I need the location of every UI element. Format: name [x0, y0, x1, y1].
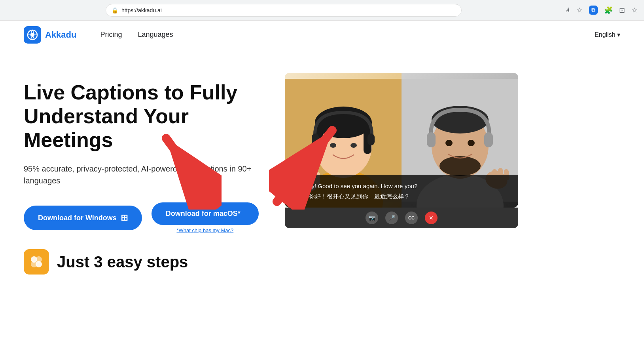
logo-text: Akkadu — [45, 30, 76, 40]
address-bar[interactable]: 🔒 https://akkadu.ai — [106, 4, 462, 17]
logo-icon — [24, 26, 41, 44]
windows-icon: ⊞ — [121, 213, 128, 223]
svg-rect-14 — [301, 151, 309, 156]
svg-point-37 — [36, 256, 42, 263]
video-btn-mic[interactable]: 🎤 — [385, 212, 398, 224]
browser-actions: 𝐴 ☆ ⧉ 🧩 ⊡ ☆ — [566, 6, 638, 15]
svg-point-26 — [468, 140, 475, 146]
video-mockup: Hi Emily! Good to see you again. How are… — [285, 73, 518, 208]
svg-rect-28 — [484, 132, 493, 147]
language-selector[interactable]: English ▾ — [595, 31, 620, 38]
nav-pricing[interactable]: Pricing — [100, 31, 122, 39]
video-btn-camera[interactable]: 📷 — [366, 212, 378, 224]
steps-section: Just 3 easy steps — [0, 241, 644, 275]
caption-line2: Emily 你好！很开心又见到你。最近怎么样？ — [293, 191, 510, 202]
video-controls — [285, 200, 518, 207]
page-content: Akkadu Pricing Languages English ▾ Live … — [0, 21, 644, 347]
download-windows-button[interactable]: Download for Windows ⊞ — [24, 206, 142, 230]
mac-chip-link[interactable]: *What chip has my Mac? — [152, 227, 259, 233]
video-btn-end[interactable]: ✕ — [425, 212, 438, 224]
hero-section: Live Captions to Fully Understand Your M… — [0, 49, 644, 241]
read-aloud-icon[interactable]: 𝐴 — [566, 6, 570, 14]
download-macos-button[interactable]: Download for macOS* — [152, 202, 259, 225]
macos-button-wrapper: Download for macOS* *What chip has my Ma… — [152, 202, 259, 233]
bookmark-icon[interactable]: ☆ — [576, 6, 583, 15]
address-text: https://akkadu.ai — [121, 7, 456, 13]
nav-languages[interactable]: Languages — [138, 31, 173, 39]
navbar: Akkadu Pricing Languages English ▾ — [0, 21, 644, 49]
svg-point-25 — [445, 140, 453, 146]
hero-title: Live Captions to Fully Understand Your M… — [24, 81, 261, 152]
caption-line1: Hi Emily! Good to see you again. How are… — [293, 181, 510, 191]
video-controls-bar: 📷 🎤 CC ✕ — [285, 208, 518, 228]
svg-point-9 — [330, 143, 336, 148]
svg-point-10 — [350, 143, 357, 148]
hero-right: Hi Emily! Good to see you again. How are… — [285, 73, 518, 228]
svg-point-38 — [31, 261, 37, 267]
akkadu-logo-svg — [27, 29, 38, 40]
button-macos-label: Download for macOS* — [166, 210, 241, 218]
steps-icon — [24, 249, 49, 275]
svg-rect-11 — [312, 133, 319, 145]
svg-point-24 — [439, 156, 481, 176]
svg-rect-12 — [367, 133, 375, 145]
lock-icon: 🔒 — [112, 7, 118, 13]
svg-rect-27 — [427, 132, 436, 147]
reading-view-icon[interactable]: ⊡ — [619, 6, 625, 15]
cta-buttons: Download for Windows ⊞ Download for macO… — [24, 202, 261, 233]
favorites-icon[interactable]: ☆ — [631, 6, 638, 15]
hero-left: Live Captions to Fully Understand Your M… — [24, 73, 261, 233]
hero-subtitle: 95% accurate, privacy-protected, AI-powe… — [24, 163, 261, 187]
nav-links: Pricing Languages — [100, 31, 173, 39]
steps-icon-svg — [29, 254, 44, 269]
browser-chrome: 🔒 https://akkadu.ai 𝐴 ☆ ⧉ 🧩 ⊡ ☆ — [0, 0, 644, 21]
button-windows-label: Download for Windows — [38, 214, 117, 222]
split-view-icon[interactable]: ⧉ — [589, 6, 598, 15]
logo-link[interactable]: Akkadu — [24, 26, 76, 44]
extensions-icon[interactable]: 🧩 — [604, 6, 613, 15]
video-btn-cc[interactable]: CC — [405, 212, 418, 224]
steps-title: Just 3 easy steps — [57, 253, 188, 271]
